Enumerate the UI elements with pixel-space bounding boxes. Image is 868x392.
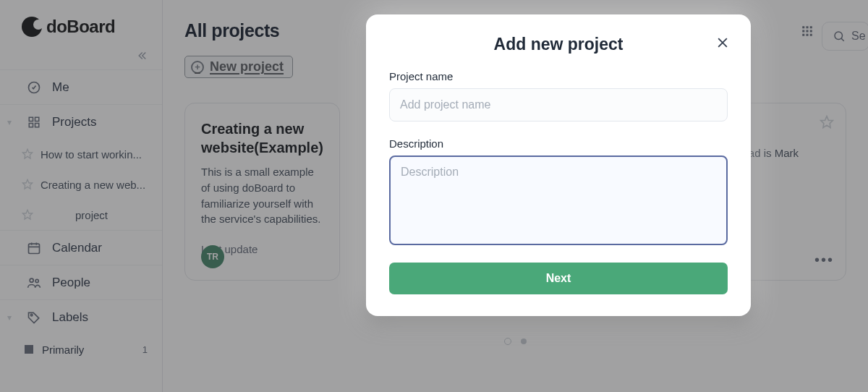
field-label-description: Description [389,137,728,150]
app-root: doBoard Me ▾ Projects How to start [0,0,868,392]
close-icon[interactable] [713,33,732,52]
next-button[interactable]: Next [389,263,728,294]
field-label-project-name: Project name [389,70,728,82]
add-project-modal: Add new project Project name Description… [366,14,751,316]
project-description-input[interactable] [389,155,728,245]
modal-title: Add new project [389,35,728,54]
project-name-input[interactable] [389,88,728,122]
